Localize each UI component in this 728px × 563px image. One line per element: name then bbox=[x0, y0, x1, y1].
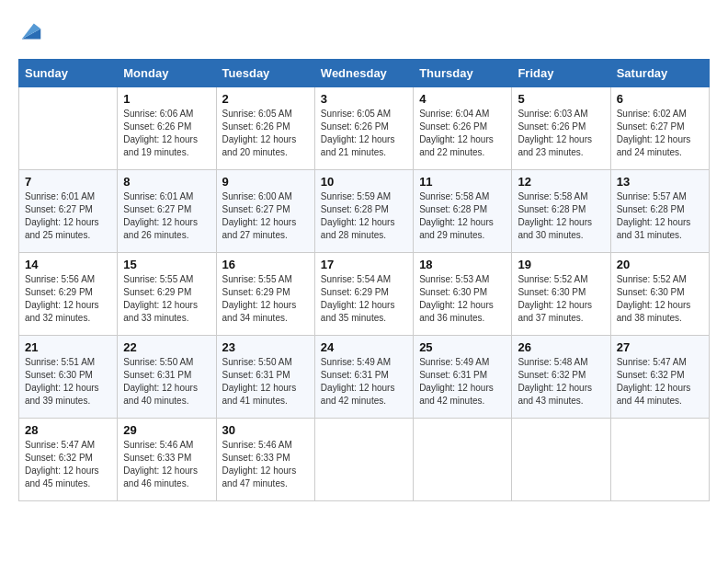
calendar-week-3: 14Sunrise: 5:56 AM Sunset: 6:29 PM Dayli… bbox=[19, 253, 710, 336]
calendar-cell: 3Sunrise: 6:05 AM Sunset: 6:26 PM Daylig… bbox=[314, 87, 413, 170]
day-info: Sunrise: 5:47 AM Sunset: 6:32 PM Dayligh… bbox=[617, 356, 703, 408]
calendar-cell: 9Sunrise: 6:00 AM Sunset: 6:27 PM Daylig… bbox=[216, 170, 314, 253]
logo bbox=[18, 18, 48, 44]
day-info: Sunrise: 5:48 AM Sunset: 6:32 PM Dayligh… bbox=[518, 356, 604, 408]
day-number: 29 bbox=[123, 423, 210, 437]
day-number: 27 bbox=[617, 340, 703, 354]
day-header-friday: Friday bbox=[512, 60, 610, 87]
day-number: 10 bbox=[321, 175, 407, 189]
day-info: Sunrise: 5:58 AM Sunset: 6:28 PM Dayligh… bbox=[419, 190, 506, 242]
day-number: 12 bbox=[518, 175, 604, 189]
calendar-cell: 2Sunrise: 6:05 AM Sunset: 6:26 PM Daylig… bbox=[216, 87, 314, 170]
day-info: Sunrise: 5:58 AM Sunset: 6:28 PM Dayligh… bbox=[518, 190, 604, 242]
day-info: Sunrise: 6:02 AM Sunset: 6:27 PM Dayligh… bbox=[617, 108, 703, 159]
calendar-cell: 30Sunrise: 5:46 AM Sunset: 6:33 PM Dayli… bbox=[216, 419, 314, 501]
day-number: 26 bbox=[518, 340, 604, 354]
day-number: 3 bbox=[321, 92, 407, 106]
day-number: 15 bbox=[123, 258, 210, 271]
day-number: 18 bbox=[419, 258, 506, 271]
day-number: 2 bbox=[222, 92, 309, 106]
calendar-cell: 13Sunrise: 5:57 AM Sunset: 6:28 PM Dayli… bbox=[610, 170, 709, 253]
calendar-cell: 7Sunrise: 6:01 AM Sunset: 6:27 PM Daylig… bbox=[19, 170, 118, 253]
day-info: Sunrise: 5:57 AM Sunset: 6:28 PM Dayligh… bbox=[617, 190, 703, 242]
calendar-cell: 19Sunrise: 5:52 AM Sunset: 6:30 PM Dayli… bbox=[512, 253, 610, 336]
day-info: Sunrise: 5:59 AM Sunset: 6:28 PM Dayligh… bbox=[321, 190, 407, 242]
calendar-week-4: 21Sunrise: 5:51 AM Sunset: 6:30 PM Dayli… bbox=[19, 336, 710, 419]
day-info: Sunrise: 6:00 AM Sunset: 6:27 PM Dayligh… bbox=[222, 190, 309, 242]
calendar-cell bbox=[314, 419, 413, 501]
calendar-cell bbox=[512, 419, 610, 501]
day-number: 8 bbox=[123, 175, 210, 189]
calendar-cell: 21Sunrise: 5:51 AM Sunset: 6:30 PM Dayli… bbox=[19, 336, 118, 419]
calendar-cell: 18Sunrise: 5:53 AM Sunset: 6:30 PM Dayli… bbox=[414, 253, 512, 336]
day-info: Sunrise: 6:04 AM Sunset: 6:26 PM Dayligh… bbox=[419, 108, 506, 159]
day-number: 22 bbox=[123, 340, 210, 354]
day-info: Sunrise: 6:03 AM Sunset: 6:26 PM Dayligh… bbox=[518, 108, 604, 159]
day-number: 14 bbox=[25, 258, 111, 271]
day-number: 28 bbox=[25, 423, 111, 437]
calendar-cell: 23Sunrise: 5:50 AM Sunset: 6:31 PM Dayli… bbox=[216, 336, 314, 419]
calendar-cell: 25Sunrise: 5:49 AM Sunset: 6:31 PM Dayli… bbox=[414, 336, 512, 419]
day-number: 4 bbox=[419, 92, 506, 106]
day-header-thursday: Thursday bbox=[414, 60, 512, 87]
day-number: 1 bbox=[123, 92, 210, 106]
calendar-header-row: SundayMondayTuesdayWednesdayThursdayFrid… bbox=[19, 60, 710, 87]
calendar-cell: 10Sunrise: 5:59 AM Sunset: 6:28 PM Dayli… bbox=[314, 170, 413, 253]
day-info: Sunrise: 5:46 AM Sunset: 6:33 PM Dayligh… bbox=[123, 439, 210, 490]
calendar-cell: 22Sunrise: 5:50 AM Sunset: 6:31 PM Dayli… bbox=[118, 336, 216, 419]
day-info: Sunrise: 5:50 AM Sunset: 6:31 PM Dayligh… bbox=[123, 356, 210, 408]
calendar-cell: 14Sunrise: 5:56 AM Sunset: 6:29 PM Dayli… bbox=[19, 253, 118, 336]
calendar-cell: 6Sunrise: 6:02 AM Sunset: 6:27 PM Daylig… bbox=[610, 87, 709, 170]
day-info: Sunrise: 5:54 AM Sunset: 6:29 PM Dayligh… bbox=[321, 273, 407, 325]
calendar-week-1: 1Sunrise: 6:06 AM Sunset: 6:26 PM Daylig… bbox=[19, 87, 710, 170]
day-info: Sunrise: 5:46 AM Sunset: 6:33 PM Dayligh… bbox=[222, 439, 309, 490]
day-number: 20 bbox=[617, 258, 703, 271]
day-number: 13 bbox=[617, 175, 703, 189]
day-header-monday: Monday bbox=[118, 60, 216, 87]
day-info: Sunrise: 5:49 AM Sunset: 6:31 PM Dayligh… bbox=[419, 356, 506, 408]
day-number: 21 bbox=[25, 340, 111, 354]
calendar-cell: 28Sunrise: 5:47 AM Sunset: 6:32 PM Dayli… bbox=[19, 419, 118, 501]
day-number: 17 bbox=[321, 258, 407, 271]
day-number: 11 bbox=[419, 175, 506, 189]
calendar-cell: 16Sunrise: 5:55 AM Sunset: 6:29 PM Dayli… bbox=[216, 253, 314, 336]
calendar-cell: 20Sunrise: 5:52 AM Sunset: 6:30 PM Dayli… bbox=[610, 253, 709, 336]
calendar-week-2: 7Sunrise: 6:01 AM Sunset: 6:27 PM Daylig… bbox=[19, 170, 710, 253]
calendar-cell: 12Sunrise: 5:58 AM Sunset: 6:28 PM Dayli… bbox=[512, 170, 610, 253]
day-number: 9 bbox=[222, 175, 309, 189]
page-header bbox=[18, 18, 710, 44]
day-info: Sunrise: 5:55 AM Sunset: 6:29 PM Dayligh… bbox=[123, 273, 210, 325]
day-info: Sunrise: 5:53 AM Sunset: 6:30 PM Dayligh… bbox=[419, 273, 506, 325]
calendar-cell: 11Sunrise: 5:58 AM Sunset: 6:28 PM Dayli… bbox=[414, 170, 512, 253]
calendar-cell: 26Sunrise: 5:48 AM Sunset: 6:32 PM Dayli… bbox=[512, 336, 610, 419]
day-info: Sunrise: 6:05 AM Sunset: 6:26 PM Dayligh… bbox=[321, 108, 407, 159]
day-number: 6 bbox=[617, 92, 703, 106]
day-number: 24 bbox=[321, 340, 407, 354]
day-info: Sunrise: 5:55 AM Sunset: 6:29 PM Dayligh… bbox=[222, 273, 309, 325]
calendar-cell: 5Sunrise: 6:03 AM Sunset: 6:26 PM Daylig… bbox=[512, 87, 610, 170]
calendar-cell: 15Sunrise: 5:55 AM Sunset: 6:29 PM Dayli… bbox=[118, 253, 216, 336]
day-header-wednesday: Wednesday bbox=[314, 60, 413, 87]
calendar-cell: 4Sunrise: 6:04 AM Sunset: 6:26 PM Daylig… bbox=[414, 87, 512, 170]
day-info: Sunrise: 6:06 AM Sunset: 6:26 PM Dayligh… bbox=[123, 108, 210, 159]
day-number: 5 bbox=[518, 92, 604, 106]
calendar-cell: 27Sunrise: 5:47 AM Sunset: 6:32 PM Dayli… bbox=[610, 336, 709, 419]
day-header-sunday: Sunday bbox=[19, 60, 118, 87]
day-info: Sunrise: 5:47 AM Sunset: 6:32 PM Dayligh… bbox=[25, 439, 111, 490]
calendar-week-5: 28Sunrise: 5:47 AM Sunset: 6:32 PM Dayli… bbox=[19, 419, 710, 501]
calendar-cell bbox=[414, 419, 512, 501]
calendar-cell: 1Sunrise: 6:06 AM Sunset: 6:26 PM Daylig… bbox=[118, 87, 216, 170]
calendar-table: SundayMondayTuesdayWednesdayThursdayFrid… bbox=[18, 59, 710, 501]
calendar-cell bbox=[610, 419, 709, 501]
day-number: 19 bbox=[518, 258, 604, 271]
calendar-cell bbox=[19, 87, 118, 170]
logo-icon bbox=[18, 18, 44, 44]
day-info: Sunrise: 5:56 AM Sunset: 6:29 PM Dayligh… bbox=[25, 273, 111, 325]
day-info: Sunrise: 6:01 AM Sunset: 6:27 PM Dayligh… bbox=[25, 190, 111, 242]
day-number: 25 bbox=[419, 340, 506, 354]
day-info: Sunrise: 6:05 AM Sunset: 6:26 PM Dayligh… bbox=[222, 108, 309, 159]
day-info: Sunrise: 6:01 AM Sunset: 6:27 PM Dayligh… bbox=[123, 190, 210, 242]
day-info: Sunrise: 5:52 AM Sunset: 6:30 PM Dayligh… bbox=[518, 273, 604, 325]
day-header-tuesday: Tuesday bbox=[216, 60, 314, 87]
day-info: Sunrise: 5:50 AM Sunset: 6:31 PM Dayligh… bbox=[222, 356, 309, 408]
